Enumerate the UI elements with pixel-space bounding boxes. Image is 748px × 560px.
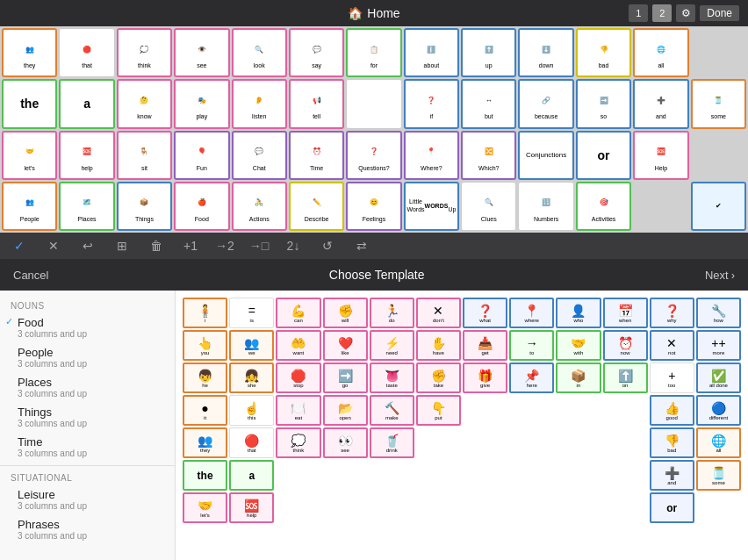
vocab-cell-bad[interactable]: 👎bad <box>576 28 631 77</box>
vocab-cell-up[interactable]: ⬆️up <box>461 28 516 77</box>
vocab-cell-help2[interactable]: 🆘Help <box>633 131 688 180</box>
vocab-cell-down[interactable]: ⬇️down <box>518 28 573 77</box>
toolbar-arrow-box[interactable]: →□ <box>248 235 270 256</box>
vocab-cell-chat[interactable]: 💬Chat <box>232 131 287 180</box>
prev-cell-i[interactable]: 🧍i <box>183 298 227 328</box>
prev-cell-stop[interactable]: 🛑stop <box>276 363 320 393</box>
prev-cell-take[interactable]: ✊take <box>416 363 461 393</box>
toolbar-x[interactable]: ✕ <box>43 235 64 256</box>
toolbar-check[interactable]: ✓ <box>9 235 30 256</box>
vocab-cell-fun[interactable]: 🎈Fun <box>174 131 229 180</box>
prev-cell-help2[interactable]: 🆘help <box>229 492 274 523</box>
toolbar-grid[interactable]: ⊞ <box>111 235 133 256</box>
vocab-cell-they[interactable]: 👥they <box>2 28 57 77</box>
vocab-cell-see[interactable]: 👁️see <box>174 28 229 77</box>
vocab-cell-that[interactable]: 🔴that <box>59 28 114 77</box>
prev-cell-here[interactable]: 📌here <box>509 363 554 393</box>
prev-cell-make[interactable]: 🔨make <box>370 395 414 426</box>
done-button[interactable]: Done <box>700 5 739 21</box>
vocab-cell-a[interactable]: a <box>59 79 114 128</box>
vocab-cell-conjunctions[interactable]: Conjunctions <box>518 131 573 180</box>
vocab-cell-tell[interactable]: 📢tell <box>289 79 344 128</box>
prev-cell-go[interactable]: ➡️go <box>323 363 368 393</box>
vocab-cell-checkmark[interactable]: ✔ <box>691 182 746 231</box>
prev-cell-with[interactable]: 🤝with <box>556 330 601 361</box>
prev-cell-more[interactable]: ++more <box>696 330 741 361</box>
vocab-cell-little-words[interactable]: LittleWordsWORDSUp <box>404 182 459 231</box>
prev-cell-now[interactable]: ⏰now <box>603 330 648 361</box>
prev-cell-on[interactable]: ⬆️on <box>603 363 648 393</box>
vocab-cell-clues[interactable]: 🔍Clues <box>461 182 516 231</box>
prev-cell-who[interactable]: 👤who <box>556 298 601 328</box>
vocab-cell-if[interactable]: ❓if <box>404 79 459 128</box>
vocab-cell-help[interactable]: 🆘help <box>59 131 114 180</box>
vocab-cell-look[interactable]: 🔍look <box>232 28 287 77</box>
prev-cell-how[interactable]: 🔧how <box>696 298 741 328</box>
toolbar-swap[interactable]: ⇄ <box>351 235 372 256</box>
cancel-button[interactable]: Cancel <box>13 269 48 282</box>
page1-button[interactable]: 1 <box>629 4 648 22</box>
sidebar-item-phrases[interactable]: Phrases 3 columns and up <box>0 514 175 544</box>
page2-button[interactable]: 2 <box>652 4 672 22</box>
prev-cell-bad2[interactable]: 👎bad <box>650 427 694 458</box>
toolbar-delete[interactable]: 🗑 <box>146 235 167 256</box>
prev-cell-give[interactable]: 🎁give <box>463 363 507 393</box>
prev-cell-some2[interactable]: 🫙some <box>696 460 741 491</box>
vocab-cell-places[interactable]: 🗺️Places <box>59 182 114 231</box>
prev-cell-do[interactable]: 🏃do <box>370 298 414 328</box>
prev-cell-you[interactable]: 👆you <box>183 330 227 361</box>
toolbar-refresh[interactable]: ↺ <box>317 235 338 256</box>
vocab-cell-numbers[interactable]: 🔢Numbers <box>518 182 573 231</box>
toolbar-2down[interactable]: 2↓ <box>283 235 304 256</box>
prev-cell-why[interactable]: ❓why <box>650 298 694 328</box>
prev-cell-will[interactable]: ✊will <box>323 298 368 328</box>
prev-cell-put[interactable]: 👇put <box>416 395 461 426</box>
vocab-cell-all[interactable]: 🌐all <box>633 28 688 77</box>
vocab-cell-feelings[interactable]: 😊Feelings <box>346 182 401 231</box>
prev-cell-get[interactable]: 📥get <box>463 330 507 361</box>
prev-cell-it[interactable]: ●it <box>183 395 227 426</box>
vocab-cell-think[interactable]: 💭think <box>117 28 172 77</box>
prev-cell-can[interactable]: 💪can <box>276 298 320 328</box>
vocab-cell-where[interactable]: 📍Where? <box>404 131 459 180</box>
prev-cell-she[interactable]: 👧she <box>229 363 274 393</box>
prev-cell-they2[interactable]: 👥they <box>183 427 227 458</box>
sidebar-item-people[interactable]: People 3 columns and up <box>0 342 175 372</box>
vocab-cell-time[interactable]: ⏰Time <box>289 131 344 180</box>
prev-cell-dont[interactable]: ✕don't <box>416 298 461 328</box>
prev-cell-good[interactable]: 👍good <box>650 395 694 426</box>
vocab-cell-sit[interactable]: 🪑sit <box>117 131 172 180</box>
prev-cell-all-done[interactable]: ✅all done <box>696 363 741 393</box>
prev-cell-in[interactable]: 📦in <box>556 363 601 393</box>
prev-cell-is[interactable]: =is <box>229 298 274 328</box>
prev-cell-need[interactable]: ⚡need <box>370 330 414 361</box>
sidebar-item-food[interactable]: Food 3 columns and up <box>0 312 175 342</box>
prev-cell-have[interactable]: ✋have <box>416 330 461 361</box>
vocab-cell-activities[interactable]: 🎯Activities <box>576 182 631 231</box>
toolbar-undo[interactable]: ↩ <box>77 235 98 256</box>
prev-cell-too[interactable]: +too <box>650 363 694 393</box>
vocab-cell-for[interactable]: 📋for <box>346 28 401 77</box>
toolbar-plus1[interactable]: +1 <box>180 235 201 256</box>
prev-cell-when[interactable]: 📅when <box>603 298 648 328</box>
prev-cell-this[interactable]: ☝this <box>229 395 274 426</box>
settings-button[interactable]: ⚙ <box>676 4 695 22</box>
sidebar-item-places[interactable]: Places 3 columns and up <box>0 372 175 402</box>
prev-cell-not[interactable]: ✕not <box>650 330 694 361</box>
prev-cell-eat[interactable]: 🍽️eat <box>276 395 320 426</box>
prev-cell-taste[interactable]: 👅taste <box>370 363 414 393</box>
prev-cell-a2[interactable]: a <box>229 460 274 491</box>
sidebar-item-leisure[interactable]: Leisure 3 columns and up <box>0 485 175 514</box>
vocab-cell-which[interactable]: 🔀Which? <box>461 131 516 180</box>
vocab-cell-and[interactable]: ➕and <box>633 79 688 128</box>
vocab-cell-about[interactable]: ℹ️about <box>404 28 459 77</box>
vocab-cell-people[interactable]: 👥People <box>2 182 57 231</box>
vocab-cell-know[interactable]: 🤔know <box>117 79 172 128</box>
prev-cell-different[interactable]: 🔵different <box>696 395 741 426</box>
prev-cell-open[interactable]: 📂open <box>323 395 368 426</box>
vocab-cell-say[interactable]: 💬say <box>289 28 344 77</box>
vocab-cell-food[interactable]: 🍎Food <box>174 182 229 231</box>
prev-cell-or2[interactable]: or <box>650 492 694 523</box>
vocab-cell-describe[interactable]: ✏️Describe <box>289 182 344 231</box>
prev-cell-and2[interactable]: ➕and <box>650 460 694 491</box>
